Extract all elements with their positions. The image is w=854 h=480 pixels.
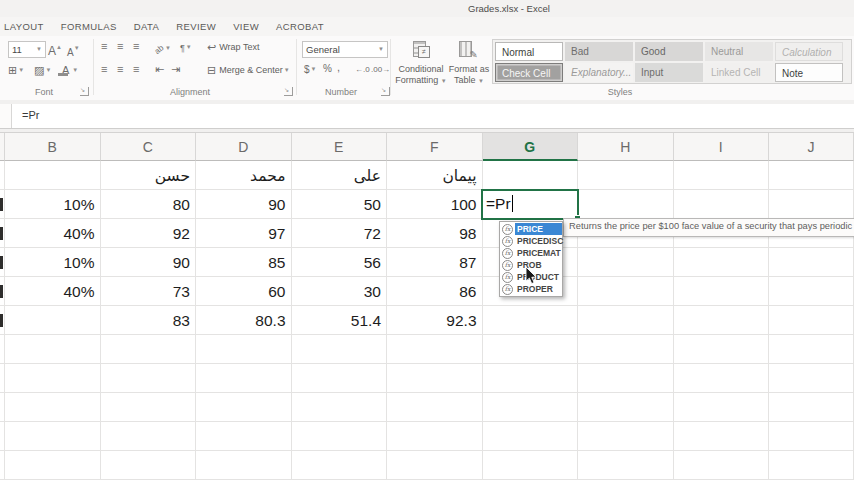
align-bottom-icon[interactable]: ≡: [133, 39, 139, 53]
merge-center-button[interactable]: ⊟Merge & Center▼: [207, 63, 290, 77]
borders-button[interactable]: ⊞▼: [8, 63, 24, 77]
cell-J10[interactable]: [769, 422, 854, 451]
cell-H5[interactable]: [578, 277, 674, 306]
tab-view[interactable]: VIEW: [233, 21, 259, 32]
column-header-H[interactable]: H: [578, 133, 674, 161]
cell-F7[interactable]: [387, 335, 483, 364]
cell-F3[interactable]: 98: [387, 219, 483, 248]
cell-I4[interactable]: [674, 248, 770, 277]
cell-B8[interactable]: [5, 364, 101, 393]
cell-B6[interactable]: [5, 306, 101, 335]
cell-style-check-cell-selected[interactable]: Check Cell: [495, 63, 563, 82]
font-size-select[interactable]: 11▼: [8, 41, 46, 58]
cell-E2[interactable]: 50: [292, 190, 388, 219]
cell-J8[interactable]: [769, 364, 854, 393]
cell-F4[interactable]: 87: [387, 248, 483, 277]
cell-style-normal[interactable]: Normal: [495, 42, 563, 61]
cell-E6[interactable]: 51.4: [292, 306, 388, 335]
cell-B11[interactable]: [5, 451, 101, 480]
increase-indent-icon[interactable]: ⇥: [171, 62, 180, 76]
align-middle-icon[interactable]: ≡: [117, 39, 123, 53]
cell-J9[interactable]: [769, 393, 854, 422]
cell-E5[interactable]: 30: [292, 277, 388, 306]
column-header-D[interactable]: D: [196, 133, 292, 161]
cell-B5[interactable]: 40%: [5, 277, 101, 306]
cell-D6[interactable]: 80.3: [196, 306, 292, 335]
cell-G10[interactable]: [483, 422, 579, 451]
cell-J1[interactable]: [769, 161, 854, 190]
orientation-button[interactable]: ab▼: [155, 41, 171, 57]
cell-F5[interactable]: 86: [387, 277, 483, 306]
cell-G11[interactable]: [483, 451, 579, 480]
autocomplete-item-pricemat[interactable]: fxPRICEMAT: [500, 247, 562, 259]
cell-E9[interactable]: [292, 393, 388, 422]
cell-D11[interactable]: [196, 451, 292, 480]
cell-H10[interactable]: [578, 422, 674, 451]
cell-F2[interactable]: 100: [387, 190, 483, 219]
align-right-icon[interactable]: ≡: [133, 62, 139, 76]
cell-E4[interactable]: 56: [292, 248, 388, 277]
wrap-text-button[interactable]: ↩Wrap Text: [207, 40, 259, 54]
cell-G6[interactable]: [483, 306, 579, 335]
cell-G7[interactable]: [483, 335, 579, 364]
cell-B10[interactable]: [5, 422, 101, 451]
increase-decimal-button[interactable]: ←.0: [355, 63, 370, 77]
cell-C11[interactable]: [101, 451, 197, 480]
cell-D4[interactable]: 85: [196, 248, 292, 277]
cell-H8[interactable]: [578, 364, 674, 393]
align-top-icon[interactable]: ≡: [101, 39, 107, 53]
cell-D3[interactable]: 97: [196, 219, 292, 248]
column-header-I[interactable]: I: [674, 133, 770, 161]
tab-review[interactable]: REVIEW: [176, 21, 216, 32]
cell-D1[interactable]: محمد: [196, 161, 292, 190]
fill-color-button[interactable]: ▨▼: [34, 63, 51, 77]
cell-I5[interactable]: [674, 277, 770, 306]
tab-layout[interactable]: LAYOUT: [4, 21, 44, 32]
format-as-table-button[interactable]: Format as Table ▼: [447, 64, 491, 86]
cell-J2[interactable]: [769, 190, 854, 219]
cell-C1[interactable]: حسن: [101, 161, 197, 190]
decrease-indent-icon[interactable]: ⇤: [155, 62, 164, 76]
cell-I1[interactable]: [674, 161, 770, 190]
cell-I9[interactable]: [674, 393, 770, 422]
cell-F10[interactable]: [387, 422, 483, 451]
align-left-icon[interactable]: ≡: [101, 62, 107, 76]
column-header-E[interactable]: E: [292, 133, 388, 161]
align-center-icon[interactable]: ≡: [117, 62, 123, 76]
cell-style-bad[interactable]: Bad: [565, 42, 633, 61]
cell-J5[interactable]: [769, 277, 854, 306]
font-dialog-launcher-icon[interactable]: ↘: [80, 87, 89, 96]
cell-B2[interactable]: 10%: [5, 190, 101, 219]
cell-I2[interactable]: [674, 190, 770, 219]
cell-G8[interactable]: [483, 364, 579, 393]
font-color-button[interactable]: A▼: [62, 63, 78, 77]
conditional-formatting-button[interactable]: Conditional Formatting ▼: [392, 64, 450, 86]
cell-C9[interactable]: [101, 393, 197, 422]
cell-E7[interactable]: [292, 335, 388, 364]
cell-H4[interactable]: [578, 248, 674, 277]
cell-H7[interactable]: [578, 335, 674, 364]
autocomplete-item-pricedisc[interactable]: fxPRICEDISC: [500, 235, 562, 247]
decrease-decimal-button[interactable]: .00→: [371, 63, 390, 77]
cell-D7[interactable]: [196, 335, 292, 364]
cell-I11[interactable]: [674, 451, 770, 480]
cell-B4[interactable]: 10%: [5, 248, 101, 277]
cell-B9[interactable]: [5, 393, 101, 422]
cell-B1[interactable]: [5, 161, 101, 190]
tab-formulas[interactable]: FORMULAS: [61, 21, 117, 32]
comma-style-button[interactable]: ,: [337, 60, 340, 74]
cell-I6[interactable]: [674, 306, 770, 335]
cell-E11[interactable]: [292, 451, 388, 480]
cell-F11[interactable]: [387, 451, 483, 480]
number-format-select[interactable]: General▼: [302, 41, 388, 58]
cell-E1[interactable]: على: [292, 161, 388, 190]
cell-J11[interactable]: [769, 451, 854, 480]
cell-C8[interactable]: [101, 364, 197, 393]
number-dialog-launcher-icon[interactable]: ↘: [381, 87, 390, 96]
cell-F1[interactable]: پیمان: [387, 161, 483, 190]
cell-style-linked-cell[interactable]: Linked Cell: [705, 63, 773, 82]
cell-C10[interactable]: [101, 422, 197, 451]
cell-J7[interactable]: [769, 335, 854, 364]
cell-J6[interactable]: [769, 306, 854, 335]
cell-F6[interactable]: 92.3: [387, 306, 483, 335]
